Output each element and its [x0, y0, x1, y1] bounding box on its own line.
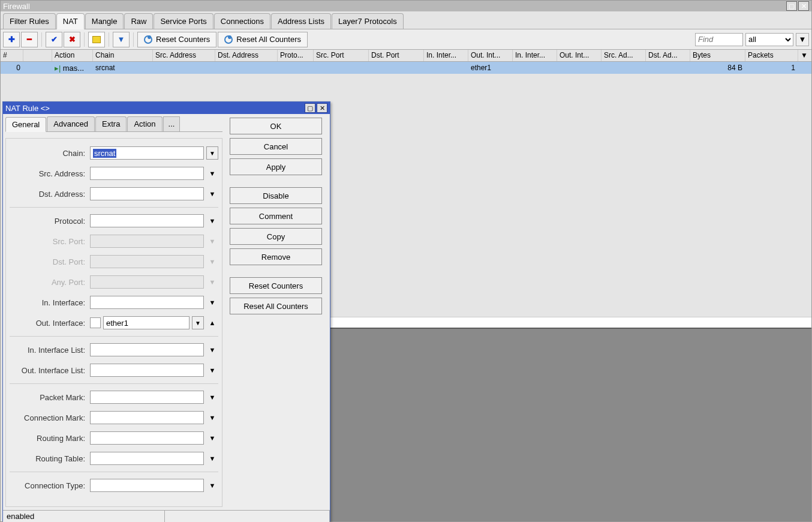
- close-icon[interactable]: ✕: [798, 1, 809, 11]
- col-menu-icon[interactable]: ▼: [798, 50, 810, 61]
- tab-action[interactable]: Action: [127, 116, 162, 131]
- dst-port-label: Dst. Port:: [10, 257, 90, 266]
- cell-out-int: ether1: [468, 62, 513, 73]
- maximize-icon[interactable]: ▢: [786, 1, 797, 11]
- routing-mark-label: Routing Mark:: [10, 434, 90, 443]
- col-chain[interactable]: Chain: [93, 50, 153, 61]
- expand-icon[interactable]: ▼: [206, 167, 218, 180]
- dialog-close-icon[interactable]: ✕: [317, 103, 327, 113]
- table-row[interactable]: 0 ▸| mas... srcnat ether1 84 B 1: [1, 62, 811, 74]
- collapse-icon[interactable]: ▲: [206, 316, 218, 329]
- find-input[interactable]: [695, 33, 743, 46]
- tab-mangle[interactable]: Mangle: [85, 13, 124, 29]
- expand-icon[interactable]: ▼: [206, 343, 218, 356]
- filter-icon[interactable]: ▼: [113, 32, 130, 47]
- tab-address-lists[interactable]: Address Lists: [271, 13, 331, 29]
- toolbar: ✚ ━ ✔ ✖ ▼ Reset Counters Reset All Count…: [1, 29, 811, 50]
- disable-button[interactable]: Disable: [230, 187, 322, 204]
- expand-icon[interactable]: ▼: [206, 411, 218, 424]
- tab-connections[interactable]: Connections: [214, 13, 270, 29]
- in-interface-input[interactable]: [90, 296, 204, 309]
- connection-type-input[interactable]: [90, 479, 204, 492]
- dialog-maximize-icon[interactable]: ▢: [305, 103, 315, 113]
- out-interface-list-input[interactable]: [90, 364, 204, 377]
- src-port-input: [90, 235, 204, 248]
- filter-dropdown-icon[interactable]: ▼: [796, 33, 809, 46]
- src-port-label: Src. Port:: [10, 237, 90, 246]
- protocol-input[interactable]: [90, 214, 204, 227]
- col-src-address[interactable]: Src. Address: [153, 50, 215, 61]
- tab-service-ports[interactable]: Service Ports: [154, 13, 213, 29]
- tab-more-icon[interactable]: ...: [163, 116, 181, 131]
- col-blank[interactable]: [23, 50, 52, 61]
- col-dst-port[interactable]: Dst. Port: [369, 50, 424, 61]
- comment-button[interactable]: [88, 32, 105, 47]
- routing-mark-input[interactable]: [90, 431, 204, 445]
- col-in-inter[interactable]: In. Inter...: [424, 50, 468, 61]
- reset-all-counters-button[interactable]: Reset All Counters: [218, 32, 308, 47]
- cell-bytes: 84 B: [690, 62, 745, 73]
- out-interface-label: Out. Interface:: [10, 319, 90, 328]
- copy-button[interactable]: Copy: [230, 228, 322, 245]
- col-out-int[interactable]: Out. Int...: [468, 50, 513, 61]
- main-tabs: Filter Rules NAT Mangle Raw Service Port…: [1, 11, 811, 29]
- chain-dropdown-icon[interactable]: ▼: [206, 146, 218, 160]
- col-in-inter2[interactable]: In. Inter...: [513, 50, 557, 61]
- expand-icon[interactable]: ▼: [206, 364, 218, 377]
- enable-button[interactable]: ✔: [46, 32, 62, 47]
- cell-packets: 1: [745, 62, 798, 73]
- cancel-button[interactable]: Cancel: [230, 138, 322, 155]
- add-button[interactable]: ✚: [3, 32, 20, 47]
- src-address-input[interactable]: [90, 167, 204, 180]
- dst-address-input[interactable]: [90, 187, 204, 200]
- reset-counters-button[interactable]: Reset Counters: [137, 32, 216, 47]
- tab-nat[interactable]: NAT: [56, 13, 85, 29]
- tab-layer7[interactable]: Layer7 Protocols: [332, 13, 404, 29]
- col-src-port[interactable]: Src. Port: [314, 50, 369, 61]
- col-out-int2[interactable]: Out. Int...: [557, 50, 602, 61]
- reset-counters-button[interactable]: Reset Counters: [230, 277, 322, 294]
- dialog-tabs: General Advanced Extra Action ...: [5, 116, 222, 132]
- expand-icon[interactable]: ▼: [206, 479, 218, 492]
- expand-icon[interactable]: ▼: [206, 214, 218, 227]
- col-num[interactable]: #: [1, 50, 23, 61]
- comment-button[interactable]: Comment: [230, 208, 322, 224]
- col-action[interactable]: Action: [52, 50, 93, 61]
- col-proto[interactable]: Proto...: [278, 50, 314, 61]
- tab-filter-rules[interactable]: Filter Rules: [3, 13, 56, 29]
- any-port-input: [90, 275, 204, 289]
- apply-button[interactable]: Apply: [230, 158, 322, 175]
- expand-icon[interactable]: ▼: [206, 431, 218, 445]
- col-packets[interactable]: Packets: [745, 50, 798, 61]
- routing-table-input[interactable]: [90, 452, 204, 465]
- tab-general[interactable]: General: [5, 117, 46, 132]
- tab-extra[interactable]: Extra: [95, 116, 127, 131]
- cell-chain: srcnat: [93, 62, 153, 73]
- remove-button[interactable]: Remove: [230, 248, 322, 265]
- lower-pane: [330, 328, 811, 521]
- disable-button[interactable]: ✖: [64, 32, 80, 47]
- ok-button[interactable]: OK: [230, 118, 322, 134]
- out-interface-dropdown-icon[interactable]: ▼: [192, 316, 204, 329]
- expand-icon[interactable]: ▼: [206, 187, 218, 200]
- main-title-bar: Firewall ▢ ✕: [1, 1, 811, 11]
- col-dst-address[interactable]: Dst. Address: [215, 50, 278, 61]
- expand-icon[interactable]: ▼: [206, 452, 218, 465]
- col-src-ad[interactable]: Src. Ad...: [602, 50, 646, 61]
- tab-advanced[interactable]: Advanced: [47, 116, 95, 131]
- connection-mark-input[interactable]: [90, 411, 204, 424]
- in-interface-list-input[interactable]: [90, 343, 204, 356]
- packet-mark-input[interactable]: [90, 391, 204, 404]
- in-interface-list-label: In. Interface List:: [10, 346, 90, 355]
- filter-select[interactable]: all: [745, 33, 793, 46]
- chain-input[interactable]: srcnat: [90, 146, 204, 160]
- col-dst-ad[interactable]: Dst. Ad...: [646, 50, 690, 61]
- remove-button[interactable]: ━: [21, 32, 38, 47]
- col-bytes[interactable]: Bytes: [690, 50, 745, 61]
- reset-all-counters-button[interactable]: Reset All Counters: [230, 298, 322, 314]
- out-interface-not-checkbox[interactable]: [90, 317, 101, 328]
- out-interface-input[interactable]: ether1: [103, 316, 190, 329]
- expand-icon[interactable]: ▼: [206, 391, 218, 404]
- expand-icon[interactable]: ▼: [206, 296, 218, 309]
- tab-raw[interactable]: Raw: [124, 13, 153, 29]
